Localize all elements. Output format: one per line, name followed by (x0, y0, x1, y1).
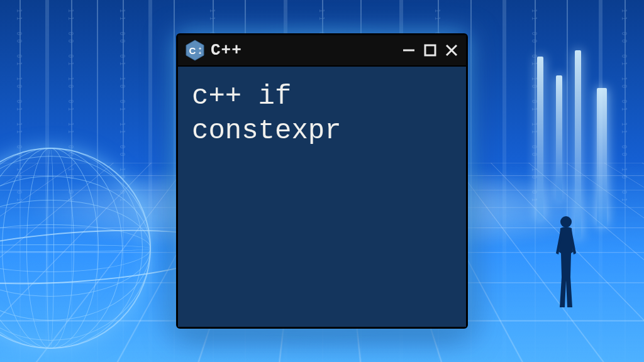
window-title: C++ (211, 41, 396, 60)
terminal-window: C + + C++ c++ if constexpr (176, 33, 468, 329)
window-body: c++ if constexpr (178, 67, 466, 327)
titlebar[interactable]: C + + C++ (178, 35, 466, 67)
svg-text:+: + (199, 47, 201, 51)
svg-text:+: + (199, 51, 201, 55)
person-silhouette (551, 214, 581, 309)
maximize-button[interactable] (423, 43, 437, 57)
close-button[interactable] (445, 43, 458, 57)
svg-text:C: C (189, 45, 196, 56)
code-content: c++ if constexpr (192, 79, 452, 148)
svg-point-0 (560, 216, 572, 228)
svg-rect-6 (425, 45, 435, 55)
window-controls (402, 43, 458, 57)
minimize-button[interactable] (402, 43, 416, 57)
background-light-panels (537, 50, 625, 239)
wireframe-globe (0, 148, 151, 349)
cpp-logo-icon: C + + (186, 40, 204, 61)
